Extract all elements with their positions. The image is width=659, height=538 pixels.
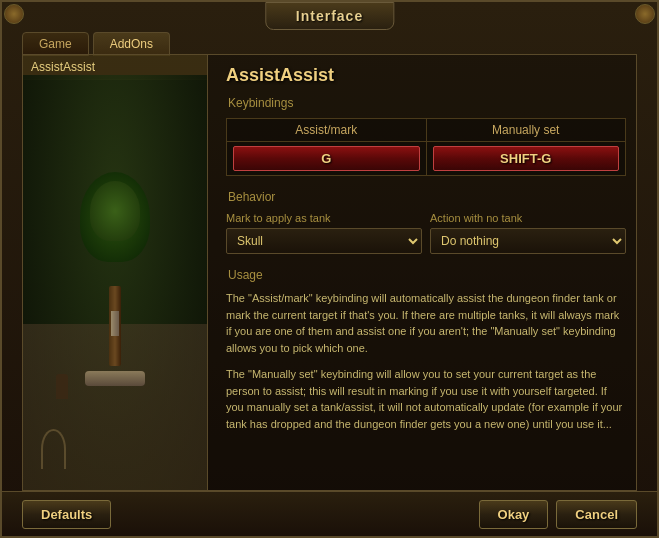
keybindings-table: Assist/mark Manually set G SHIFT-G bbox=[226, 118, 626, 176]
action-no-tank-dropdown[interactable]: Do nothing Assist random Assist leader bbox=[430, 228, 626, 254]
mark-tank-col: Mark to apply as tank Skull Cross Square… bbox=[226, 212, 422, 254]
scene-decoration bbox=[23, 75, 207, 490]
kb-assist-mark-button[interactable]: G bbox=[233, 146, 420, 171]
keybindings-header: Keybindings bbox=[226, 96, 626, 110]
defaults-button[interactable]: Defaults bbox=[22, 500, 111, 529]
usage-paragraph-2: The "Manually set" keybinding will allow… bbox=[226, 366, 626, 432]
addon-title: AssistAssist bbox=[226, 65, 626, 86]
usage-text: The "Assist/mark" keybinding will automa… bbox=[226, 290, 626, 432]
right-panel[interactable]: AssistAssist Keybindings Assist/mark Man… bbox=[216, 55, 636, 490]
usage-paragraph-1: The "Assist/mark" keybinding will automa… bbox=[226, 290, 626, 356]
corner-decoration-tr bbox=[635, 4, 655, 24]
behavior-header: Behavior bbox=[226, 190, 626, 204]
tab-game[interactable]: Game bbox=[22, 32, 89, 56]
corner-decoration-tl bbox=[4, 4, 24, 24]
kb-manually-set-cell: SHIFT-G bbox=[426, 142, 626, 175]
keybindings-section: Keybindings Assist/mark Manually set G S… bbox=[226, 96, 626, 176]
action-no-tank-label: Action with no tank bbox=[430, 212, 626, 224]
usage-section: Usage The "Assist/mark" keybinding will … bbox=[226, 268, 626, 432]
fountain-post bbox=[111, 311, 119, 336]
mark-tank-dropdown-wrapper: Skull Cross Square Moon Triangle Diamond… bbox=[226, 228, 422, 254]
kb-header-row: Assist/mark Manually set bbox=[227, 119, 625, 142]
behavior-row: Mark to apply as tank Skull Cross Square… bbox=[226, 212, 626, 254]
kb-assist-mark-header: Assist/mark bbox=[227, 119, 426, 142]
window-title: Interface bbox=[296, 8, 363, 24]
kb-assist-mark-cell: G bbox=[227, 142, 426, 175]
kb-value-row: G SHIFT-G bbox=[227, 142, 625, 175]
fountain-base bbox=[85, 371, 145, 386]
kb-manually-set-header: Manually set bbox=[426, 119, 626, 142]
cancel-button[interactable]: Cancel bbox=[556, 500, 637, 529]
tree-foliage2 bbox=[90, 181, 140, 241]
left-panel: AssistAssist bbox=[23, 55, 208, 490]
usage-header: Usage bbox=[226, 268, 626, 282]
window: Interface Game AddOns AssistAssist bbox=[0, 0, 659, 538]
tab-addons[interactable]: AddOns bbox=[93, 32, 170, 56]
kb-manually-set-button[interactable]: SHIFT-G bbox=[433, 146, 620, 171]
bottom-right-buttons: Okay Cancel bbox=[479, 500, 637, 529]
behavior-section: Behavior Mark to apply as tank Skull Cro… bbox=[226, 190, 626, 254]
okay-button[interactable]: Okay bbox=[479, 500, 549, 529]
figure-decoration bbox=[56, 374, 68, 399]
bottom-bar: Defaults Okay Cancel bbox=[2, 491, 657, 536]
action-no-tank-col: Action with no tank Do nothing Assist ra… bbox=[430, 212, 626, 254]
tabs-area: Game AddOns bbox=[22, 32, 170, 56]
mark-tank-label: Mark to apply as tank bbox=[226, 212, 422, 224]
title-bar: Interface bbox=[265, 2, 394, 30]
arch-decoration bbox=[41, 429, 66, 469]
addon-background-scene bbox=[23, 75, 207, 490]
main-content: AssistAssist AssistAssist K bbox=[22, 54, 637, 491]
mark-tank-dropdown[interactable]: Skull Cross Square Moon Triangle Diamond… bbox=[226, 228, 422, 254]
action-no-tank-dropdown-wrapper: Do nothing Assist random Assist leader bbox=[430, 228, 626, 254]
